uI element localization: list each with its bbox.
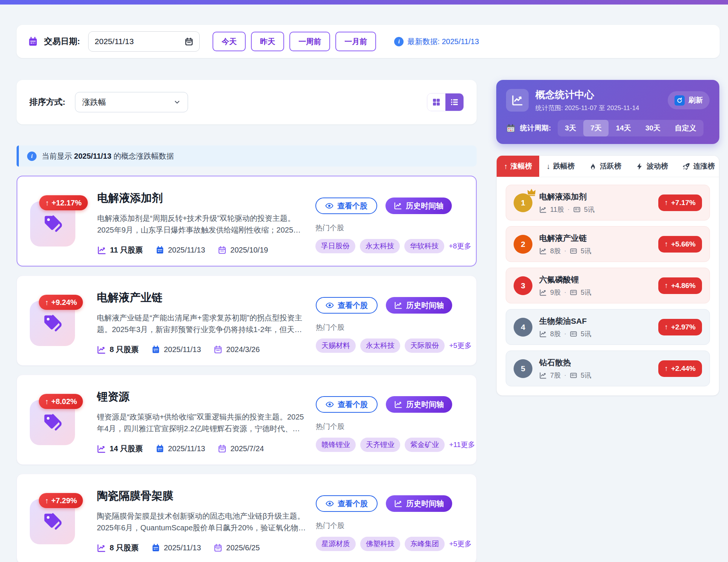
rank-number: 1 — [514, 193, 532, 212]
stock-chip[interactable]: 佛塑科技 — [360, 537, 400, 551]
period-custom-button[interactable]: 自定义 — [668, 120, 704, 136]
calendar-icon — [218, 246, 226, 254]
chart-line-icon — [97, 246, 106, 255]
rank-item[interactable]: 2 电解液产业链 8股 · 5讯 ↑+5.66% — [506, 226, 710, 262]
up-arrow-icon: ↑ — [665, 199, 668, 207]
period-30d-button[interactable]: 30天 — [638, 120, 668, 136]
eye-icon — [326, 301, 334, 309]
chart-line-icon — [394, 301, 402, 309]
chart-line-icon — [97, 544, 106, 553]
tab-losers[interactable]: ↓跌幅榜 — [539, 156, 582, 177]
stats-sidebar: 概念统计中心 统计范围: 2025-11-07 至 2025-11-14 刷新 … — [496, 80, 719, 396]
rank-concept-name: 电解液产业链 — [539, 233, 652, 243]
view-stocks-button[interactable]: 查看个股 — [316, 396, 378, 413]
concept-title[interactable]: 陶瓷隔膜骨架膜 — [97, 488, 306, 504]
history-timeline-button[interactable]: 历史时间轴 — [386, 495, 452, 512]
view-stocks-button[interactable]: 查看个股 — [315, 198, 377, 214]
today-button[interactable]: 今天 — [213, 32, 246, 51]
rank-concept-name: 生物柴油SAF — [539, 316, 652, 326]
stats-center-panel: 概念统计中心 统计范围: 2025-11-07 至 2025-11-14 刷新 … — [496, 80, 719, 144]
stock-chip[interactable]: 永太科技 — [360, 239, 400, 253]
week-ago-button[interactable]: 一周前 — [289, 32, 330, 51]
yesterday-button[interactable]: 昨天 — [251, 32, 284, 51]
tab-streak[interactable]: 连涨榜 — [675, 156, 719, 177]
stock-chip[interactable]: 孚日股份 — [315, 239, 355, 253]
period-14d-button[interactable]: 14天 — [609, 120, 638, 136]
history-timeline-button[interactable]: 历史时间轴 — [385, 198, 452, 214]
more-stocks-link[interactable]: +5更多 — [449, 539, 472, 549]
rank-item[interactable]: 1 电解液添加剂 11股 · 5讯 ↑+ — [506, 185, 710, 221]
change-badge: ↑+8.02% — [39, 394, 83, 409]
more-stocks-link[interactable]: +11更多 — [449, 440, 475, 450]
month-ago-button[interactable]: 一月前 — [335, 32, 376, 51]
calendar-icon — [218, 444, 226, 453]
tab-volatility[interactable]: 波动榜 — [629, 156, 675, 177]
page: 交易日期: 2025/11/13 今天 昨天 一周前 一月前 i 最新数据: 2… — [0, 0, 728, 562]
update-date: 2025/11/13 — [156, 444, 205, 453]
up-arrow-icon: ↑ — [45, 496, 49, 505]
tab-active[interactable]: 活跃榜 — [582, 156, 629, 177]
concept-card: ↑+7.29% 陶瓷隔膜骨架膜 陶瓷隔膜骨架膜是技术创新驱动的固态电池产业链β升… — [17, 474, 477, 562]
date-picker-icon[interactable] — [185, 37, 193, 46]
rank-list: 1 电解液添加剂 11股 · 5讯 ↑+ — [497, 177, 719, 386]
rank-concept-name: 钻石散热 — [539, 357, 652, 368]
stock-chip[interactable]: 永太科技 — [360, 338, 400, 353]
eye-icon — [325, 202, 333, 210]
history-timeline-button[interactable]: 历史时间轴 — [386, 297, 452, 314]
view-stocks-button[interactable]: 查看个股 — [316, 297, 378, 314]
concept-title[interactable]: 电解液产业链 — [97, 290, 306, 305]
up-arrow-icon: ↑ — [665, 323, 668, 331]
stock-chip[interactable]: 东峰集团 — [405, 537, 445, 551]
hot-stocks-chips: 赣锋锂业 天齐锂业 紫金矿业 +11更多 — [316, 438, 463, 452]
news-icon — [570, 247, 577, 255]
concept-title[interactable]: 电解液添加剂 — [97, 191, 306, 206]
rank-item[interactable]: 4 生物柴油SAF 8股 · 5讯 ↑+2.97% — [506, 309, 710, 345]
stock-count: 8 只股票 — [97, 345, 139, 355]
more-stocks-link[interactable]: +5更多 — [449, 341, 472, 351]
stock-chip[interactable]: 赣锋锂业 — [316, 438, 356, 452]
hot-stocks-chips: 孚日股份 永太科技 华软科技 +8更多 — [315, 239, 463, 253]
change-badge: ↑+9.24% — [39, 295, 83, 310]
stock-chip[interactable]: 天际股份 — [405, 338, 445, 353]
grid-view-button[interactable] — [427, 93, 445, 111]
stats-range: 统计范围: 2025-11-07 至 2025-11-14 — [535, 104, 639, 112]
stats-chart-icon — [506, 89, 529, 112]
info-icon: i — [27, 152, 37, 161]
rocket-icon — [682, 162, 690, 170]
chevron-down-icon — [173, 98, 181, 106]
calendar-icon — [156, 246, 164, 254]
latest-data-text: 最新数据: 2025/11/13 — [407, 37, 479, 47]
rank-change-badge: ↑+5.66% — [658, 236, 702, 253]
concept-description: 电解液产业链是“产能出清尾声+需求复苏初期”的拐点型投资主题。2025年3月，新… — [97, 312, 306, 335]
view-toggle — [427, 93, 464, 111]
more-stocks-link[interactable]: +8更多 — [449, 241, 471, 251]
stock-chip[interactable]: 星源材质 — [316, 537, 356, 551]
rank-item[interactable]: 5 钻石散热 7股 · 5讯 ↑+2.44% — [506, 351, 710, 386]
rank-item[interactable]: 3 六氟磷酸锂 9股 · 5讯 ↑+4.86% — [506, 268, 710, 303]
change-badge: ↑+7.29% — [39, 493, 83, 508]
rank-board: ↑涨幅榜 ↓跌幅榜 活跃榜 波动榜 连涨榜 1 — [496, 155, 719, 396]
up-arrow-icon: ↑ — [45, 397, 49, 406]
refresh-button[interactable]: 刷新 — [668, 91, 710, 109]
rank-number: 5 — [514, 359, 532, 378]
rank-tabs: ↑涨幅榜 ↓跌幅榜 活跃榜 波动榜 连涨榜 — [497, 156, 719, 177]
history-timeline-button[interactable]: 历史时间轴 — [386, 396, 452, 413]
rank-change-badge: ↑+4.86% — [658, 277, 702, 294]
trade-date-input[interactable]: 2025/11/13 — [88, 31, 200, 52]
concept-title[interactable]: 锂资源 — [97, 389, 306, 404]
sort-select[interactable]: 涨跌幅 — [75, 92, 188, 112]
period-3d-button[interactable]: 3天 — [558, 120, 583, 136]
period-7d-button[interactable]: 7天 — [583, 120, 609, 136]
list-view-button[interactable] — [445, 93, 463, 111]
create-date: 2025/7/24 — [218, 444, 264, 453]
stock-chip[interactable]: 紫金矿业 — [405, 438, 445, 452]
tab-gainers[interactable]: ↑涨幅榜 — [497, 156, 539, 177]
rank-change-badge: ↑+2.97% — [658, 319, 702, 335]
stock-chip[interactable]: 天齐锂业 — [360, 438, 400, 452]
stock-chip[interactable]: 天赐材料 — [316, 338, 356, 353]
view-stocks-button[interactable]: 查看个股 — [316, 495, 378, 512]
chart-line-icon — [539, 372, 547, 379]
stock-chip[interactable]: 华软科技 — [404, 239, 444, 253]
chart-line-icon — [394, 400, 402, 409]
sort-select-value: 涨跌幅 — [82, 97, 106, 107]
